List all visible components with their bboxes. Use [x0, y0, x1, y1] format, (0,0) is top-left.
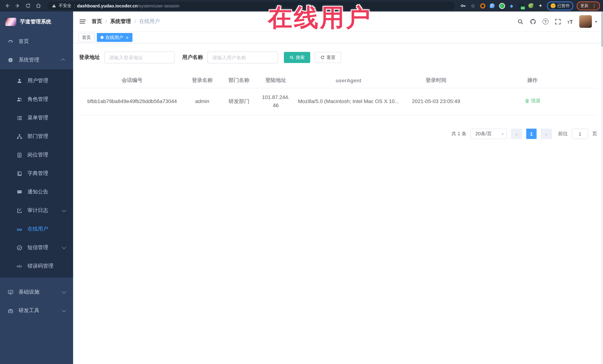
sidebar-item-error-code-management[interactable]: </> 错误码管理 [0, 257, 73, 276]
security-label[interactable]: 不安全 [59, 3, 71, 9]
extension-translate-icon[interactable]: en [518, 3, 524, 9]
font-size-icon[interactable]: TT [567, 19, 573, 24]
sidebar-item-label: 审计日志 [27, 207, 48, 214]
cell-user-agent: Mozilla/5.0 (Macintosh; Intel Mac OS X 1… [293, 88, 404, 115]
sidebar-item-menu-management[interactable]: 菜单管理 [0, 109, 73, 127]
page-content: 登录地址 用户名称 搜索 重置 [73, 43, 603, 364]
breadcrumb-system[interactable]: 系统管理 [110, 18, 131, 25]
gear-icon [7, 57, 13, 63]
next-page-button[interactable]: › [541, 129, 552, 139]
username-input[interactable] [208, 52, 278, 63]
extension-diamond-icon[interactable]: ◆ [508, 3, 515, 9]
url-text: dashboard.yudao.iocoder.cn/system/user-s… [77, 3, 179, 8]
reset-button[interactable]: 重置 [315, 52, 341, 63]
bookmark-star-icon[interactable]: ☆ [470, 3, 476, 9]
home-icon[interactable] [34, 2, 42, 10]
tag-home[interactable]: 首页 [78, 33, 95, 42]
goto-page-input[interactable] [572, 129, 588, 139]
sidebar-item-system-management[interactable]: 系统管理 [0, 51, 73, 69]
github-icon[interactable] [530, 18, 536, 25]
sidebar-item-home[interactable]: 首页 [0, 32, 73, 51]
toolbox-icon [7, 308, 13, 314]
key-icon[interactable] [460, 3, 466, 9]
pagination: 共 1 条 20条/页 ▾ ‹ 1 › 前往 页 [79, 129, 597, 139]
tag-online-users[interactable]: 在线用户 × [97, 33, 132, 42]
sidebar-item-label: 岗位管理 [27, 152, 48, 158]
sidebar-item-sms-management[interactable]: 短信管理 [0, 238, 73, 257]
cell-session-id: bfbb1ab79ba849e49fb26ddb56a73044 [79, 88, 185, 115]
extension-leaf-icon[interactable] [528, 3, 534, 9]
close-icon[interactable]: × [126, 35, 128, 40]
page-number-1[interactable]: 1 [526, 129, 537, 139]
page-size-select[interactable]: 20条/页 ▾ [471, 129, 507, 139]
chevron-down-icon [62, 308, 66, 312]
address-bar[interactable]: 不安全 dashboard.yudao.iocoder.cn/system/us… [47, 2, 455, 10]
extensions-puzzle-icon[interactable]: ✦ [537, 3, 544, 9]
sidebar-item-label: 首页 [19, 38, 29, 45]
breadcrumb-separator: / [105, 19, 107, 24]
fullscreen-icon[interactable] [555, 18, 561, 25]
sidebar-item-online-users[interactable]: 在线用户 [0, 220, 73, 238]
profile-paused-chip[interactable]: 已暂停 [547, 1, 573, 10]
back-icon[interactable] [3, 2, 11, 10]
avatar-caret-icon[interactable]: ▾ [595, 20, 597, 23]
sidebar-item-dept-management[interactable]: 部门管理 [0, 127, 73, 146]
sidebar-item-label: 部门管理 [27, 133, 48, 140]
help-icon[interactable]: ? [542, 19, 548, 24]
table-header-row: 会话编号 登录名称 部门名称 登陆地址 userAgent 登录时间 操作 [79, 73, 597, 88]
sidebar-item-dev-tools[interactable]: 研发工具 [0, 301, 73, 320]
total-count: 共 1 条 [452, 131, 466, 137]
sidebar-item-label: 角色管理 [27, 96, 48, 103]
extension-green-check-icon[interactable]: ✓ [499, 3, 505, 9]
user-avatar[interactable] [579, 15, 592, 28]
extension-drop-icon[interactable] [489, 3, 495, 9]
search-button[interactable]: 搜索 [284, 52, 310, 63]
address-input[interactable] [104, 52, 175, 63]
sidebar: 芋道管理系统 首页 系统管理 用户管 [0, 11, 73, 364]
col-login-time: 登录时间 [404, 73, 468, 88]
monitor-icon [7, 289, 13, 295]
browser-menu-icon[interactable]: ⋮ [592, 3, 596, 8]
sidebar-item-infrastructure[interactable]: 基础设施 [0, 283, 73, 301]
scrollbar-thumb[interactable] [601, 11, 603, 47]
sidebar-item-label: 基础设施 [19, 289, 39, 295]
sidebar-item-notice-announcement[interactable]: 通知公告 [0, 183, 73, 201]
main-area: 首页 / 系统管理 / 在线用户 ? [73, 11, 603, 364]
breadcrumb-current: 在线用户 [139, 18, 160, 25]
user-icon [16, 78, 22, 84]
sidebar-item-label: 短信管理 [27, 244, 48, 251]
force-logout-button[interactable]: 强退 [524, 97, 541, 105]
prev-page-button[interactable]: ‹ [511, 129, 522, 139]
glasses-icon [16, 226, 22, 232]
forward-icon[interactable] [13, 2, 22, 10]
search-icon[interactable] [517, 18, 523, 25]
sidebar-item-label: 字典管理 [27, 170, 48, 177]
sidebar-item-user-management[interactable]: 用户管理 [0, 72, 73, 90]
browser-toolbar: 不安全 dashboard.yudao.iocoder.cn/system/us… [0, 0, 603, 11]
breadcrumb-home[interactable]: 首页 [92, 18, 102, 25]
sidebar-item-dict-management[interactable]: 字典管理 [0, 164, 73, 183]
sidebar-item-label: 在线用户 [27, 226, 48, 232]
address-label: 登录地址 [79, 54, 100, 61]
users-icon [16, 96, 22, 102]
select-caret-icon: ▾ [502, 132, 504, 136]
chevron-down-icon [62, 208, 66, 212]
goto-label: 前往 [558, 131, 568, 137]
app-title: 芋道管理系统 [20, 19, 51, 25]
reload-icon[interactable] [24, 2, 32, 10]
browser-extensions: ☆ ✓ ◆ en ✦ 已暂停 更新 ⋮ [460, 1, 600, 10]
sidebar-item-role-management[interactable]: 角色管理 [0, 90, 73, 109]
org-tree-icon [16, 133, 22, 139]
browser-update-button[interactable]: 更新 ⋮ [577, 1, 600, 10]
sidebar-item-post-management[interactable]: 岗位管理 [0, 146, 73, 164]
sidebar-item-audit-log[interactable]: 审计日志 [0, 201, 73, 220]
id-badge-icon [16, 152, 22, 158]
cell-dept: 研发部门 [219, 88, 259, 115]
app-frame: 芋道管理系统 首页 系统管理 用户管 [0, 11, 603, 364]
app-logo-row[interactable]: 芋道管理系统 [0, 11, 73, 32]
app-navbar: 首页 / 系统管理 / 在线用户 ? [73, 11, 603, 32]
sidebar-toggle-icon[interactable] [79, 18, 86, 25]
page-scrollbar[interactable] [601, 11, 603, 364]
extension-orange-icon[interactable] [479, 3, 486, 9]
search-form: 登录地址 用户名称 搜索 重置 [79, 52, 597, 63]
